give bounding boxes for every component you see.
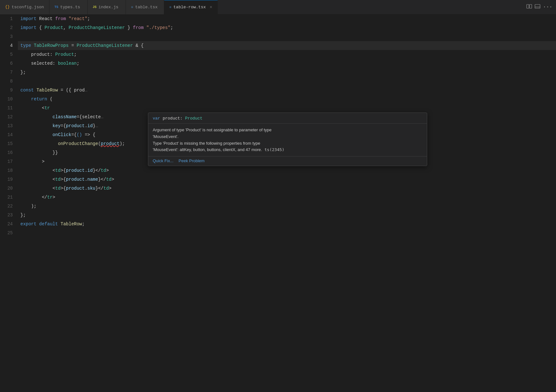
react-icon-table-row: ⚛ bbox=[169, 5, 172, 10]
react-icon-table: ⚛ bbox=[131, 5, 133, 10]
editor: 1 2 3 4 5 6 7 8 9 10 11 12 13 14 15 16 1… bbox=[0, 14, 556, 392]
close-icon[interactable]: × bbox=[209, 5, 212, 10]
line-num-14: 14 bbox=[0, 130, 13, 139]
tab-table-row-label: table-row.tsx bbox=[173, 5, 206, 10]
tab-bar: {} tsconfig.json TS types.ts JS index.js… bbox=[0, 0, 556, 14]
code-line-5: product: Product; bbox=[18, 50, 556, 59]
tab-table-label: table.tsx bbox=[135, 5, 157, 10]
code-line-24: export default TableRow; bbox=[18, 220, 556, 229]
svg-rect-0 bbox=[527, 4, 529, 8]
quick-fix-link[interactable]: Quick Fix... bbox=[153, 158, 173, 163]
peek-problem-link[interactable]: Peek Problem bbox=[179, 158, 205, 163]
json-icon: {} bbox=[5, 5, 10, 9]
code-line-23: }; bbox=[18, 211, 556, 220]
code-line-25 bbox=[18, 229, 556, 237]
line-num-19: 19 bbox=[0, 175, 13, 184]
svg-rect-1 bbox=[530, 4, 532, 8]
hover-popup-code-section: var product: Product bbox=[148, 113, 427, 124]
tab-index[interactable]: JS index.js bbox=[88, 0, 126, 14]
error-code: ts(2345) bbox=[265, 147, 285, 152]
code-line-18: <td>{product.id}</td> bbox=[18, 166, 556, 175]
code-line-4: type TableRowProps = ProductChangeListen… bbox=[18, 41, 556, 50]
line-num-8: 8 bbox=[0, 77, 13, 86]
editor-actions: ··· bbox=[526, 4, 556, 10]
code-line-8 bbox=[18, 77, 556, 86]
code-line-6: selected: boolean; bbox=[18, 59, 556, 68]
line-num-21: 21 bbox=[0, 193, 13, 202]
tab-tsconfig-label: tsconfig.json bbox=[11, 5, 44, 10]
code-area[interactable]: import React from "react"; import { Prod… bbox=[18, 14, 556, 392]
line-num-4: 4 bbox=[0, 41, 13, 50]
hover-error-line1: Argument of type 'Product' is not assign… bbox=[153, 127, 272, 132]
code-line-19: <td>{product.name}</td> bbox=[18, 175, 556, 184]
line-num-22: 22 bbox=[0, 202, 13, 211]
hover-popup-footer: Quick Fix... Peek Problem bbox=[148, 156, 427, 166]
line-numbers: 1 2 3 4 5 6 7 8 9 10 11 12 13 14 15 16 1… bbox=[0, 14, 18, 392]
hover-popup-body: Argument of type 'Product' is not assign… bbox=[148, 124, 427, 156]
line-num-1: 1 bbox=[0, 14, 13, 23]
line-num-20: 20 bbox=[0, 184, 13, 193]
line-num-12: 12 bbox=[0, 113, 13, 121]
line-num-9: 9 bbox=[0, 86, 13, 95]
code-line-7: }; bbox=[18, 68, 556, 77]
code-line-1: import React from "react"; bbox=[18, 14, 556, 23]
line-num-23: 23 bbox=[0, 211, 13, 220]
line-num-24: 24 bbox=[0, 220, 13, 229]
code-line-2: import { Product, ProductChangeListener … bbox=[18, 23, 556, 32]
tab-table-row[interactable]: ⚛ table-row.tsx × bbox=[164, 0, 218, 14]
tab-table[interactable]: ⚛ table.tsx bbox=[126, 0, 164, 14]
svg-rect-2 bbox=[535, 4, 540, 8]
code-line-21: </tr> bbox=[18, 193, 556, 202]
tab-index-label: index.js bbox=[99, 5, 118, 10]
tab-tsconfig[interactable]: {} tsconfig.json bbox=[0, 0, 49, 14]
line-num-16: 16 bbox=[0, 148, 13, 157]
hover-error-line2: 'MouseEvent'. bbox=[153, 134, 179, 139]
toggle-panel-icon[interactable] bbox=[535, 4, 540, 10]
hover-error-line4: 'MouseEvent': altKey, button, buttons, c… bbox=[153, 147, 284, 152]
split-editor-icon[interactable] bbox=[526, 4, 532, 10]
line-num-11: 11 bbox=[0, 104, 13, 113]
line-num-6: 6 bbox=[0, 59, 13, 68]
line-num-13: 13 bbox=[0, 121, 13, 130]
line-num-3: 3 bbox=[0, 32, 13, 41]
code-line-3 bbox=[18, 32, 556, 41]
hover-popup: var product: Product Argument of type 'P… bbox=[148, 113, 427, 166]
js-icon: JS bbox=[93, 5, 97, 9]
line-num-5: 5 bbox=[0, 50, 13, 59]
code-line-22: ); bbox=[18, 202, 556, 211]
code-line-10: return ( bbox=[18, 95, 556, 104]
line-num-7: 7 bbox=[0, 68, 13, 77]
code-line-20: <td>{product.sku}</td> bbox=[18, 184, 556, 193]
tab-types-label: types.ts bbox=[60, 5, 80, 10]
ts-icon: TS bbox=[55, 5, 58, 9]
line-num-18: 18 bbox=[0, 166, 13, 175]
line-num-17: 17 bbox=[0, 157, 13, 166]
line-num-25: 25 bbox=[0, 229, 13, 237]
line-num-15: 15 bbox=[0, 139, 13, 148]
code-line-9: const TableRow = ({ prod… bbox=[18, 86, 556, 95]
more-actions-icon[interactable]: ··· bbox=[543, 4, 552, 10]
line-num-10: 10 bbox=[0, 95, 13, 104]
line-num-2: 2 bbox=[0, 23, 13, 32]
code-line-11: <tr bbox=[18, 104, 556, 113]
tab-types[interactable]: TS types.ts bbox=[49, 0, 88, 14]
hover-error-line3: Type 'Product' is missing the following … bbox=[153, 141, 260, 146]
